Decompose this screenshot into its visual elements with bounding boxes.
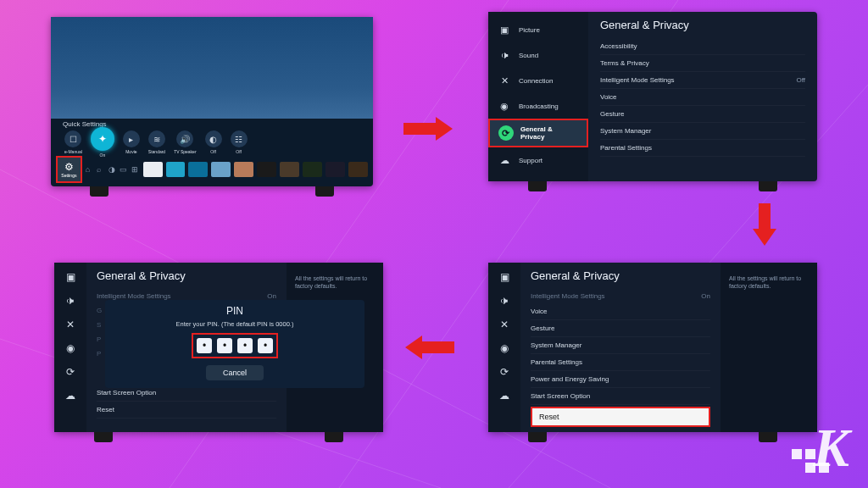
broadcasting-icon[interactable]: ◉ <box>497 341 512 356</box>
pin-digit-4[interactable]: • <box>258 338 273 353</box>
general-privacy-icon[interactable]: ⟳ <box>63 364 78 380</box>
settings-nav-sidebar: ▣ Picture 🕩 Sound ✕ Connection ◉ Broadca… <box>488 12 588 181</box>
settings-detail-panel: General & Privacy Accessibility Terms & … <box>588 12 817 181</box>
tv-step-3: ▣ 🕩 ✕ ◉ ⟳ ☁ General & Privacy Intelligen… <box>488 263 817 432</box>
ambient-icon[interactable]: ◑ <box>108 165 117 174</box>
panel-title: General & Privacy <box>600 19 805 31</box>
nav-item-sound[interactable]: 🕩 Sound <box>488 42 588 68</box>
pin-digit-3[interactable]: • <box>237 338 253 353</box>
connection-icon[interactable]: ✕ <box>497 317 512 332</box>
panel-title: General & Privacy <box>97 269 276 282</box>
pin-dialog: PIN Enter your PIN. (The default PIN is … <box>105 300 364 388</box>
settings-detail-panel: General & Privacy Intelligent Mode Setti… <box>520 263 721 432</box>
support-icon[interactable]: ☁ <box>63 388 78 403</box>
sound-icon[interactable]: 🕩 <box>497 293 512 308</box>
app-thumb[interactable] <box>166 162 186 177</box>
dock-item-subtitle[interactable]: ☷ Off <box>231 130 248 154</box>
search-icon[interactable]: ⌕ <box>97 165 105 174</box>
support-icon: ☁ <box>497 152 512 168</box>
cancel-button[interactable]: Cancel <box>206 365 264 380</box>
general-privacy-icon[interactable]: ⟳ <box>497 364 512 380</box>
featured-icon: ✦ <box>91 127 114 151</box>
menu-item-intelligent-mode[interactable]: Intelligent Mode SettingsOff <box>600 72 805 89</box>
watermark-logo: K <box>813 417 849 480</box>
dock-item-sound-mode[interactable]: ≋ Standard <box>148 130 165 154</box>
speaker-icon: 🔊 <box>176 130 193 147</box>
connection-icon: ✕ <box>497 73 512 88</box>
home-bottom-bar: ⚙ Settings ⌂ ⌕ ◑ ▭ ⊞ <box>51 158 373 181</box>
quick-settings-dock: ☐ e-Manual ✦ On ▸ Movie ≋ Standard 🔊 TV … <box>51 127 373 158</box>
gear-icon: ⚙ <box>64 161 74 173</box>
source-icon[interactable]: ▭ <box>120 165 128 174</box>
general-privacy-icon: ⟳ <box>498 125 514 141</box>
connection-icon[interactable]: ✕ <box>63 317 78 332</box>
menu-item-gesture[interactable]: Gesture <box>600 106 805 123</box>
settings-nav-sidebar-collapsed: ▣ 🕩 ✕ ◉ ⟳ ☁ <box>488 263 520 432</box>
broadcasting-icon[interactable]: ◉ <box>63 341 78 356</box>
menu-item-parental[interactable]: Parental Settings <box>531 354 710 371</box>
app-thumb[interactable] <box>257 162 276 177</box>
support-icon[interactable]: ☁ <box>497 388 512 403</box>
arrow-step-2-to-3 <box>753 203 776 246</box>
home-icon[interactable]: ⌂ <box>86 165 94 174</box>
home-wallpaper <box>51 17 373 119</box>
play-icon: ▸ <box>123 130 140 147</box>
nav-item-general-privacy[interactable]: ⟳ General & Privacy <box>488 119 588 147</box>
menu-item-accessibility[interactable]: Accessibility <box>600 38 805 55</box>
menu-item-reset[interactable]: Reset <box>531 407 710 427</box>
pin-digit-1[interactable]: • <box>197 338 212 353</box>
dock-item-sound-output[interactable]: 🔊 TV Speaker <box>174 130 196 154</box>
menu-item-intelligent-mode-dim: Intelligent Mode SettingsOn <box>531 289 710 303</box>
app-thumb[interactable] <box>348 162 368 177</box>
dock-item-picture-mode[interactable]: ▸ Movie <box>123 130 140 154</box>
arrow-step-1-to-2 <box>403 117 453 141</box>
menu-item-parental[interactable]: Parental Settings <box>600 140 805 157</box>
picture-icon[interactable]: ▣ <box>497 269 512 285</box>
dock-item-gamemode[interactable]: ◐ Off <box>205 130 222 154</box>
tv-step-1: Quick Settings ☐ e-Manual ✦ On ▸ Movie ≋… <box>51 17 373 186</box>
app-thumb[interactable] <box>143 162 163 177</box>
pin-digit-2[interactable]: • <box>217 338 232 353</box>
tv-step-4: ▣ 🕩 ✕ ◉ ⟳ ☁ General & Privacy Intelligen… <box>54 263 383 432</box>
book-icon: ☐ <box>64 130 81 147</box>
picture-icon: ▣ <box>497 22 512 37</box>
app-thumb[interactable] <box>280 162 299 177</box>
pin-dialog-help: Enter your PIN. (The default PIN is 0000… <box>112 320 358 328</box>
menu-item-power-energy[interactable]: Power and Energy Saving <box>531 371 710 388</box>
app-thumb[interactable] <box>234 162 253 177</box>
nav-item-broadcasting[interactable]: ◉ Broadcasting <box>488 93 588 119</box>
sound-icon: 🕩 <box>497 47 512 63</box>
nav-item-connection[interactable]: ✕ Connection <box>488 68 588 93</box>
apps-icon[interactable]: ⊞ <box>131 165 140 174</box>
menu-item-gesture[interactable]: Gesture <box>531 320 710 337</box>
app-thumb[interactable] <box>211 162 231 177</box>
wave-icon: ≋ <box>148 130 165 147</box>
pin-input-group[interactable]: • • • • <box>192 333 278 358</box>
app-thumb[interactable] <box>188 162 208 177</box>
tv-step-2: ▣ Picture 🕩 Sound ✕ Connection ◉ Broadca… <box>488 12 817 181</box>
panel-title: General & Privacy <box>531 269 710 282</box>
menu-item-voice[interactable]: Voice <box>600 89 805 106</box>
sound-icon[interactable]: 🕩 <box>63 293 78 308</box>
menu-item-voice[interactable]: Voice <box>531 303 710 320</box>
dock-item-emanual[interactable]: ☐ e-Manual <box>64 130 82 154</box>
settings-nav-sidebar-collapsed: ▣ 🕩 ✕ ◉ ⟳ ☁ <box>54 263 86 432</box>
app-thumb[interactable] <box>326 162 345 177</box>
broadcasting-icon: ◉ <box>497 98 512 114</box>
menu-item-reset[interactable]: Reset <box>97 402 276 419</box>
dock-item-featured[interactable]: ✦ On <box>91 127 114 158</box>
menu-item-terms-privacy[interactable]: Terms & Privacy <box>600 55 805 72</box>
picture-icon[interactable]: ▣ <box>63 269 78 285</box>
subtitle-icon: ☷ <box>231 130 248 147</box>
app-thumb[interactable] <box>303 162 322 177</box>
nav-item-picture[interactable]: ▣ Picture <box>488 17 588 42</box>
game-icon: ◐ <box>205 130 222 147</box>
menu-item-system-manager[interactable]: System Manager <box>600 123 805 140</box>
nav-item-support[interactable]: ☁ Support <box>488 147 588 173</box>
help-panel: All the settings will return to factory … <box>721 263 817 432</box>
pin-dialog-title: PIN <box>112 305 358 317</box>
menu-item-start-screen[interactable]: Start Screen Option <box>531 388 710 405</box>
settings-button[interactable]: ⚙ Settings <box>56 156 82 183</box>
arrow-step-3-to-4 <box>405 336 454 359</box>
menu-item-system-manager[interactable]: System Manager <box>531 337 710 354</box>
